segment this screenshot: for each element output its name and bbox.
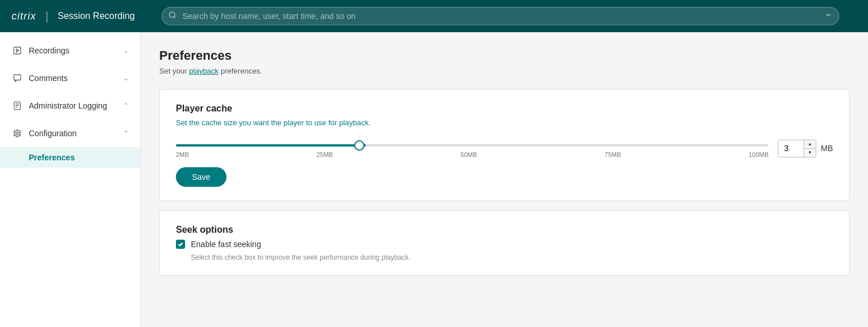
cache-spinner-input[interactable] [778, 140, 804, 157]
fast-seeking-row: Enable fast seeking [176, 240, 833, 249]
gear-icon [11, 128, 23, 139]
page-subtitle: Set your playback preferences. [159, 67, 850, 75]
spinner-up-button[interactable]: ▲ [804, 140, 816, 149]
player-cache-description: Set the cache size you want the player t… [176, 118, 833, 127]
subtitle-end: preferences. [218, 67, 262, 75]
svg-point-9 [16, 132, 18, 134]
app-title: Session Recording [57, 11, 135, 21]
subtitle-plain: Set your [159, 67, 189, 75]
subtitle-link[interactable]: playback [189, 67, 218, 75]
seek-options-card: Seek options Enable fast seeking Select … [159, 210, 850, 276]
slider-label-75mb: 75MB [605, 151, 621, 158]
cache-slider[interactable] [176, 144, 769, 147]
svg-line-1 [174, 17, 175, 18]
admin-logging-label: Administrator Logging [29, 101, 117, 110]
fast-seeking-checkbox[interactable] [176, 240, 185, 249]
slider-label-25mb: 25MB [316, 151, 333, 158]
preferences-label: Preferences [29, 153, 75, 162]
search-chevron-icon [824, 11, 832, 21]
unit-label: MB [821, 144, 833, 153]
slider-label-2mb: 2MB [176, 151, 189, 158]
spinner-row: ▲ ▼ MB [778, 140, 833, 157]
player-cache-title: Player cache [176, 103, 833, 114]
fast-seeking-label: Enable fast seeking [191, 240, 261, 249]
admin-logging-chevron-icon: ⌃ [123, 102, 129, 110]
recordings-label: Recordings [29, 46, 117, 55]
sidebar: Recordings ⌄ Comments ⌄ Administrator Lo… [0, 32, 141, 327]
seek-options-title: Seek options [176, 225, 833, 235]
svg-rect-4 [14, 75, 21, 80]
citrix-logo: citrix [11, 10, 36, 22]
slider-label-100mb: 100MB [748, 151, 769, 158]
player-cache-card: Player cache Set the cache size you want… [159, 89, 850, 201]
search-icon [168, 11, 176, 21]
app-layout: Recordings ⌄ Comments ⌄ Administrator Lo… [0, 32, 868, 327]
comments-label: Comments [29, 74, 117, 83]
recordings-chevron-icon: ⌄ [123, 47, 129, 55]
log-icon [11, 100, 23, 111]
comment-icon [11, 72, 23, 84]
search-bar [162, 7, 840, 25]
svg-rect-2 [14, 47, 21, 54]
app-header: citrix | Session Recording [0, 0, 868, 32]
sidebar-item-recordings[interactable]: Recordings ⌄ [0, 37, 140, 64]
main-content: Preferences Set your playback preference… [141, 32, 868, 327]
play-icon [11, 45, 23, 56]
configuration-label: Configuration [29, 129, 117, 138]
svg-point-0 [169, 12, 174, 17]
sidebar-item-admin-logging[interactable]: Administrator Logging ⌃ [0, 92, 140, 120]
svg-marker-3 [17, 49, 19, 52]
cache-spinner: ▲ ▼ [778, 140, 816, 157]
search-input[interactable] [162, 7, 840, 25]
spinner-controls: ▲ ▼ [804, 140, 816, 157]
fast-seeking-hint: Select this check box to improve the see… [191, 253, 833, 261]
sidebar-sub-item-preferences[interactable]: Preferences [0, 147, 140, 168]
slider-labels: 2MB 25MB 50MB 75MB 100MB [176, 151, 769, 158]
slider-wrapper: 2MB 25MB 50MB 75MB 100MB [176, 139, 769, 158]
logo-area: citrix | Session Recording [11, 10, 135, 23]
spinner-down-button[interactable]: ▼ [804, 149, 816, 157]
save-button[interactable]: Save [176, 167, 226, 187]
header-divider: | [45, 10, 48, 23]
page-title: Preferences [159, 48, 850, 63]
sidebar-item-configuration[interactable]: Configuration ⌃ [0, 120, 140, 147]
configuration-chevron-icon: ⌃ [123, 129, 129, 137]
sidebar-item-comments[interactable]: Comments ⌄ [0, 64, 140, 92]
slider-row: 2MB 25MB 50MB 75MB 100MB ▲ ▼ [176, 139, 833, 158]
comments-chevron-icon: ⌄ [123, 74, 129, 82]
slider-label-50mb: 50MB [460, 151, 477, 158]
